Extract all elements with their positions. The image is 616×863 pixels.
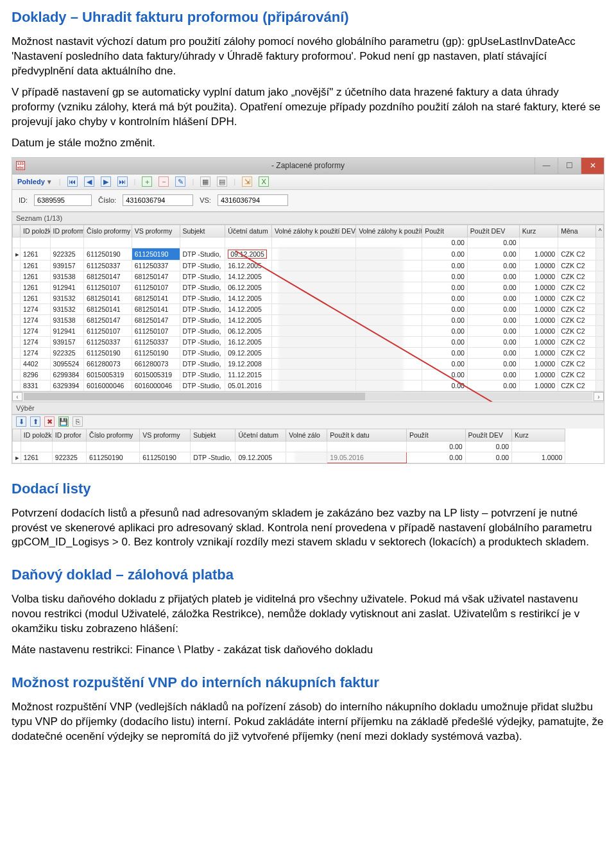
table-cell: DTP -Studio, — [180, 260, 225, 271]
column-header[interactable]: VS proformy — [140, 429, 191, 441]
paragraph-4: Potvrzení dodacích listů a přesunů nad a… — [12, 506, 604, 551]
table-cell: DTP -Studio, — [180, 358, 225, 369]
table-cell: 611250190 — [84, 347, 132, 358]
summary-pouzit-dev: 0.00 — [465, 441, 511, 452]
move-down-icon[interactable]: ⬇ — [16, 416, 26, 427]
column-header[interactable]: Číslo proformy — [84, 225, 132, 237]
paragraph-3: Datum je stále možno změnit. — [12, 136, 604, 151]
table-cell: 0.00 — [422, 248, 468, 260]
table-cell: 1274 — [21, 303, 50, 314]
cislo-input[interactable] — [123, 194, 193, 206]
nav-last-icon[interactable]: ⏭ — [117, 176, 128, 187]
table-cell: 661280073 — [84, 358, 132, 369]
table-cell: 1274 — [21, 347, 50, 358]
column-header[interactable]: Měna — [558, 225, 596, 237]
table-cell: 611250107 — [132, 282, 180, 293]
move-up-icon[interactable]: ⬆ — [30, 416, 40, 427]
delete-icon[interactable]: ✖ — [44, 416, 55, 427]
menu-pohledy[interactable]: Pohledy▼ — [17, 178, 53, 185]
window-buttons: — ☐ ✕ — [535, 158, 604, 175]
vs-input[interactable] — [218, 194, 288, 206]
table-cell: 931532 — [50, 293, 84, 303]
horizontal-scrollbar[interactable]: ‹ › — [12, 391, 604, 402]
column-header[interactable]: ID položk — [21, 225, 50, 237]
column-header[interactable]: VS proformy — [132, 225, 180, 237]
table-cell: 611250337 — [132, 336, 180, 347]
table-cell: 14.12.2005 — [225, 271, 272, 282]
table-cell: 611250190 — [84, 248, 132, 260]
table-cell: 1274 — [21, 314, 50, 325]
titlebar: 123 abc - Zaplacené proformy — ☐ ✕ — [12, 158, 604, 175]
column-header[interactable]: Kurz — [519, 225, 558, 237]
table-cell: 681250141 — [84, 303, 132, 314]
table-cell: 1.0000 — [519, 358, 558, 369]
column-header[interactable]: ID proform — [50, 225, 84, 237]
minimize-button[interactable]: — — [535, 158, 558, 174]
maximize-button[interactable]: ☐ — [558, 158, 581, 174]
column-header[interactable]: Volné zálohy k použití DEV — [271, 225, 355, 237]
table-cell: 0.00 — [467, 303, 519, 314]
add-icon[interactable]: ＋ — [142, 176, 152, 187]
excel-icon[interactable]: X — [259, 176, 269, 187]
table-cell: 0.00 — [467, 380, 519, 391]
column-header[interactable]: Použít DEV — [465, 429, 511, 441]
export-icon[interactable]: ⇲ — [242, 176, 252, 187]
table-cell: 05.01.2016 — [225, 380, 272, 391]
table-cell: 4402 — [21, 358, 50, 369]
id-label: ID: — [19, 196, 28, 204]
column-header[interactable]: Číslo proformy — [87, 429, 140, 441]
table-cell: 912941 — [50, 282, 84, 293]
table-cell: DTP -Studio, — [180, 282, 225, 293]
table-cell: DTP -Studio, — [180, 369, 225, 380]
nav-prev-icon[interactable]: ◀ — [84, 176, 94, 187]
table-cell: CZK C2 — [558, 260, 596, 271]
column-header[interactable]: ID položk — [21, 429, 52, 441]
table-cell: CZK C2 — [558, 369, 596, 380]
table-cell: 6329394 — [50, 380, 84, 391]
summary-pouzit-dev: 0.00 — [467, 237, 519, 248]
column-header[interactable]: ID profor — [52, 429, 86, 441]
table-cell: 14.12.2005 — [225, 293, 272, 303]
column-header[interactable]: Použít k datu — [327, 429, 407, 441]
table-cell: 14.12.2005 — [225, 314, 272, 325]
columns-icon[interactable]: ▦ — [200, 176, 210, 187]
column-header[interactable]: Volné zálo — [286, 429, 327, 441]
table-cell: 0.00 — [467, 347, 519, 358]
scroll-right-icon[interactable]: › — [594, 392, 604, 401]
edit-icon[interactable]: ✎ — [175, 176, 185, 187]
close-button[interactable]: ✕ — [581, 158, 604, 174]
table-cell: 922325 — [50, 248, 84, 260]
nav-next-icon[interactable]: ▶ — [101, 176, 111, 187]
close-doc-icon[interactable]: ⎘ — [73, 416, 83, 427]
cislo-label: Číslo: — [98, 196, 116, 204]
vertical-scrollbar[interactable]: ^ — [595, 225, 603, 237]
vyber-header: Výběr — [12, 402, 604, 414]
column-header[interactable]: Účetní datum — [235, 429, 286, 441]
table-cell: 6016000046 — [84, 380, 132, 391]
table-cell: 0.00 — [467, 293, 519, 303]
column-header[interactable]: Kurz — [512, 429, 565, 441]
table-cell: 611250107 — [84, 325, 132, 336]
column-header[interactable]: Účetní datum — [225, 225, 272, 237]
column-header[interactable]: Použít — [406, 429, 465, 441]
chevron-down-icon: ▼ — [46, 178, 53, 185]
column-header[interactable]: Subjekt — [191, 429, 235, 441]
nav-first-icon[interactable]: ⏮ — [67, 176, 78, 187]
table-cell: 922325 — [50, 347, 84, 358]
remove-icon[interactable]: － — [158, 176, 169, 187]
column-header[interactable]: Použít — [422, 225, 468, 237]
table-cell: 681250147 — [132, 314, 180, 325]
table-cell: 931538 — [50, 314, 84, 325]
id-input[interactable] — [34, 194, 92, 206]
column-header[interactable]: Volné zálohy k použít — [356, 225, 422, 237]
column-header[interactable]: Subjekt — [180, 225, 225, 237]
scroll-left-icon[interactable]: ‹ — [12, 392, 22, 401]
table-cell: 1.0000 — [519, 271, 558, 282]
save-icon[interactable]: 💾 — [58, 416, 69, 427]
table-cell: 681250147 — [132, 271, 180, 282]
column-header[interactable]: Použít DEV — [467, 225, 519, 237]
table-cell: 611250337 — [84, 336, 132, 347]
table-cell: 0.00 — [467, 248, 519, 260]
grid-icon[interactable]: ▤ — [217, 176, 227, 187]
table-cell: CZK C2 — [558, 282, 596, 293]
